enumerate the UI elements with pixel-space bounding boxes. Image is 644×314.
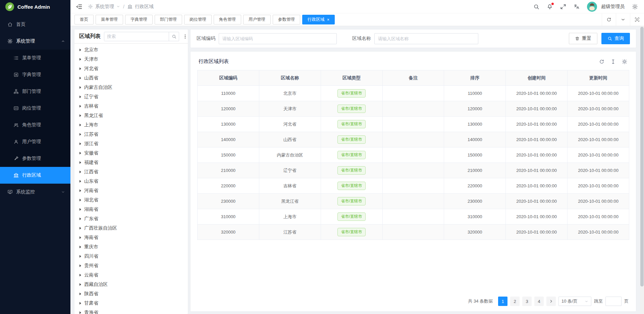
jump-page-input[interactable] [605, 297, 622, 306]
search-icon[interactable] [533, 4, 539, 10]
caret-right-icon[interactable] [79, 105, 81, 108]
tree-item[interactable]: 西藏自治区 [74, 280, 188, 289]
caret-right-icon[interactable] [79, 283, 81, 286]
tree-item[interactable]: 四川省 [74, 252, 188, 261]
caret-right-icon[interactable] [79, 293, 81, 295]
sidebar-item-home[interactable]: 首页 [0, 16, 70, 33]
table-row[interactable]: 110000 北京市 省市/直辖市 110000 2020-10-01 00:0… [198, 86, 629, 101]
caret-right-icon[interactable] [79, 77, 81, 79]
tree-item[interactable]: 贵州省 [74, 261, 188, 270]
caret-right-icon[interactable] [79, 255, 81, 258]
fullscreen-icon[interactable] [560, 4, 566, 10]
query-button[interactable]: 查询 [601, 33, 630, 44]
caret-right-icon[interactable] [79, 133, 81, 136]
table-row[interactable]: 310000 上海市 省市/直辖市 310000 2020-10-01 00:0… [198, 209, 629, 225]
page-button-4[interactable]: 4 [534, 297, 544, 306]
sidebar-item-system-monitor[interactable]: 系统监控 [0, 184, 70, 200]
caret-right-icon[interactable] [79, 114, 81, 117]
caret-right-icon[interactable] [79, 302, 81, 305]
tree-item[interactable]: 天津市 [74, 55, 188, 64]
tree-item[interactable]: 浙江省 [74, 139, 188, 148]
sidebar-collapse-icon[interactable] [76, 3, 83, 10]
tab-menu-dropdown[interactable] [616, 13, 630, 26]
sidebar-item-user-management[interactable]: 用户管理 [0, 133, 70, 150]
tree-item[interactable]: 甘肃省 [74, 299, 188, 308]
caret-right-icon[interactable] [79, 246, 81, 248]
tree-item[interactable]: 河北省 [74, 64, 188, 73]
tab-post-management[interactable]: 岗位管理 [184, 15, 212, 24]
sidebar-item-administrative-region[interactable]: 行政区域 [0, 167, 70, 184]
sidebar-item-department-management[interactable]: 部门管理 [0, 83, 70, 100]
refresh-tabs-button[interactable] [602, 13, 616, 26]
refresh-icon[interactable] [599, 59, 604, 64]
table-row[interactable]: 150000 内蒙古自治区 省市/直辖市 150000 2020-10-01 0… [198, 147, 629, 163]
sidebar-item-system-management[interactable]: 系统管理 [0, 33, 70, 50]
tree-item[interactable]: 吉林省 [74, 102, 188, 111]
tree-item[interactable]: 海南省 [74, 233, 188, 242]
scrollbar-thumb[interactable] [640, 27, 644, 287]
tree-item[interactable]: 山西省 [74, 73, 188, 83]
region-code-input[interactable] [219, 33, 337, 44]
tree-item[interactable]: 江西省 [74, 167, 188, 177]
caret-right-icon[interactable] [79, 189, 81, 192]
tree-item[interactable]: 福建省 [74, 158, 188, 167]
translate-icon[interactable] [574, 4, 580, 10]
tree-item[interactable]: 安徽省 [74, 148, 188, 158]
tab-role-management[interactable]: 角色管理 [214, 15, 241, 24]
caret-right-icon[interactable] [79, 208, 81, 211]
caret-right-icon[interactable] [79, 96, 81, 98]
caret-right-icon[interactable] [79, 264, 81, 267]
breadcrumb-parent[interactable]: 系统管理 [95, 4, 114, 10]
sidebar-item-post-management[interactable]: 岗位管理 [0, 100, 70, 117]
table-row[interactable]: 220000 吉林省 省市/直辖市 220000 2020-10-01 00:0… [198, 178, 629, 194]
page-button-1[interactable]: 1 [498, 297, 507, 306]
column-settings-gear-icon[interactable] [622, 59, 627, 64]
content-fullscreen-button[interactable] [630, 13, 644, 26]
notifications-button[interactable] [547, 4, 553, 10]
tree-search-button[interactable] [169, 32, 179, 41]
tree-item[interactable]: 上海市 [74, 120, 188, 130]
tab-close-icon[interactable]: × [327, 18, 329, 22]
caret-right-icon[interactable] [79, 142, 81, 145]
tab-home[interactable]: 首页 [74, 15, 94, 24]
user-name[interactable]: 超级管理员 [601, 4, 625, 10]
reset-button[interactable]: 重置 [569, 33, 597, 44]
caret-right-icon[interactable] [79, 86, 81, 89]
next-page-button[interactable] [546, 297, 556, 306]
tree-search-input[interactable] [104, 32, 169, 41]
table-row[interactable]: 120000 天津市 省市/直辖市 120000 2020-10-01 00:0… [198, 101, 629, 117]
caret-right-icon[interactable] [79, 311, 81, 314]
tree-item[interactable]: 云南省 [74, 270, 188, 280]
caret-right-icon[interactable] [79, 67, 81, 70]
caret-right-icon[interactable] [79, 124, 81, 126]
caret-right-icon[interactable] [79, 180, 81, 183]
caret-right-icon[interactable] [79, 58, 81, 61]
tree-item[interactable]: 山东省 [74, 177, 188, 186]
caret-right-icon[interactable] [79, 49, 81, 51]
tab-administrative-region[interactable]: 行政区域 × [302, 15, 335, 24]
caret-right-icon[interactable] [79, 152, 81, 154]
brand[interactable]: Coffee Admin [0, 0, 70, 13]
tree-item[interactable]: 广东省 [74, 214, 188, 224]
tree-more-menu[interactable] [182, 34, 188, 39]
tab-user-management[interactable]: 用户管理 [243, 15, 271, 24]
tree-item[interactable]: 重庆市 [74, 242, 188, 252]
sidebar-item-menu-management[interactable]: 菜单管理 [0, 50, 70, 66]
sidebar-item-dictionary-management[interactable]: 字典管理 [0, 66, 70, 83]
tree-item[interactable]: 湖南省 [74, 205, 188, 214]
caret-right-icon[interactable] [79, 161, 81, 164]
tab-menu-management[interactable]: 菜单管理 [96, 15, 123, 24]
tree-item[interactable]: 辽宁省 [74, 92, 188, 102]
tree-item[interactable]: 江苏省 [74, 130, 188, 139]
table-row[interactable]: 130000 河北省 省市/直辖市 130000 2020-10-01 00:0… [198, 117, 629, 132]
settings-gear-icon[interactable] [632, 4, 638, 10]
sidebar-item-parameter-management[interactable]: 参数管理 [0, 150, 70, 167]
table-row[interactable]: 210000 辽宁省 省市/直辖市 210000 2020-10-01 00:0… [198, 163, 629, 178]
tree-item[interactable]: 广西壮族自治区 [74, 224, 188, 233]
sidebar-item-role-management[interactable]: 角色管理 [0, 117, 70, 133]
tree-item[interactable]: 陕西省 [74, 289, 188, 299]
table-row[interactable]: 230000 黑龙江省 省市/直辖市 230000 2020-10-01 00:… [198, 194, 629, 209]
tree-item[interactable]: 北京市 [74, 45, 188, 55]
caret-right-icon[interactable] [79, 199, 81, 201]
tree-item[interactable]: 青海省 [74, 308, 188, 314]
